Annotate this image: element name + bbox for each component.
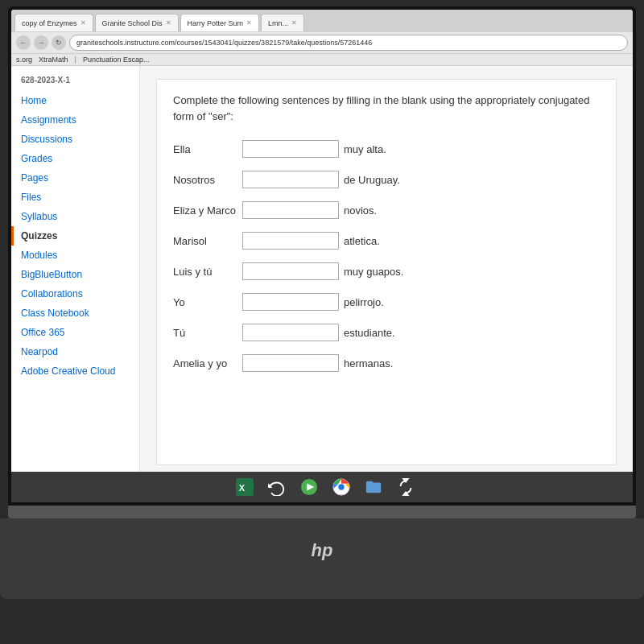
sentence-suffix-8: hermanas. [344,357,393,369]
fill-input-8[interactable] [242,354,339,372]
sidebar-item-bigbluebutton[interactable]: BigBlueButton [11,265,139,284]
bookmark-punctuation[interactable]: Punctuation Escap... [83,56,150,64]
close-tab-icon[interactable]: ✕ [80,19,86,27]
tab-lmn[interactable]: Lmn... ✕ [261,14,304,31]
sentence-row-1: Ella muy alta. [173,140,600,158]
close-tab-icon[interactable]: ✕ [166,19,171,27]
fill-input-2[interactable] [242,171,339,188]
sentence-row-5: Luis y tú muy guapos. [173,262,600,280]
svg-text:X: X [239,483,246,493]
sidebar-item-home[interactable]: Home [11,91,139,110]
bookmark-sorg[interactable]: s.org [16,56,32,64]
bookmark-bar: s.org XtraMath | Punctuation Escap... [11,53,633,65]
fill-input-7[interactable] [242,324,339,341]
back-button[interactable]: ← [16,35,31,50]
sentence-label-2: Nosotros [173,174,237,186]
sentence-label-4: Marisol [173,235,237,247]
sidebar-item-grades[interactable]: Grades [11,149,139,168]
sidebar-item-discussions[interactable]: Discussions [11,130,139,149]
play-icon[interactable] [298,476,320,498]
sentence-label-1: Ella [173,143,237,155]
laptop-shell: copy of Enzymes ✕ Granite School Dis ✕ H… [0,0,644,644]
sidebar-item-nearpod[interactable]: Nearpod [11,342,139,361]
sentence-suffix-3: novios. [344,204,377,217]
svg-point-5 [338,484,344,489]
sidebar-item-syllabus[interactable]: Syllabus [11,207,139,226]
sidebar-item-modules[interactable]: Modules [11,246,139,265]
refresh-button[interactable]: ↻ [52,35,66,50]
tab-granite[interactable]: Granite School Dis ✕ [95,14,179,31]
sidebar-item-quizzes[interactable]: Quizzes [11,226,139,246]
browser-chrome: copy of Enzymes ✕ Granite School Dis ✕ H… [11,10,633,66]
taskbar: X [11,472,633,502]
excel-icon[interactable]: X [233,476,256,498]
course-label: 628-2023-X-1 [11,72,139,91]
fill-input-5[interactable] [242,262,339,280]
sentence-row-7: Tú estudiante. [173,324,600,341]
laptop-bottom-bar [8,506,636,518]
address-bar-row: ← → ↻ [11,32,633,53]
sidebar-item-class-notebook[interactable]: Class Notebook [11,303,139,323]
sentence-label-3: Eliza y Marco [173,204,237,217]
loop-icon[interactable] [394,476,417,498]
bookmark-xtramath[interactable]: XtraMath [39,56,68,64]
sidebar-item-collaborations[interactable]: Collaborations [11,284,139,303]
sentence-row-2: Nosotros de Uruguay. [173,171,600,188]
sentence-suffix-7: estudiante. [344,327,395,339]
forward-button[interactable]: → [34,35,48,50]
sidebar-item-assignments[interactable]: Assignments [11,110,139,130]
hp-logo: hp [312,540,333,561]
close-tab-icon[interactable]: ✕ [246,19,252,27]
sentence-label-7: Tú [173,327,237,339]
fill-input-4[interactable] [242,232,339,250]
laptop-base: hp [0,518,644,599]
sidebar-item-office365[interactable]: Office 365 [11,323,139,342]
sidebar-item-files[interactable]: Files [11,188,139,207]
tab-bar: copy of Enzymes ✕ Granite School Dis ✕ H… [11,10,633,32]
quiz-inner: Complete the following sentences by fill… [156,79,617,465]
sidebar-item-pages[interactable]: Pages [11,168,139,188]
sentence-suffix-4: atletica. [344,235,380,247]
address-input[interactable] [69,35,628,51]
sentence-row-3: Eliza y Marco novios. [173,201,600,219]
browser-window: copy of Enzymes ✕ Granite School Dis ✕ H… [11,10,633,502]
chrome-icon[interactable] [330,476,353,498]
fill-input-6[interactable] [242,293,339,311]
tab-harry-potter[interactable]: Harry Potter Sum ✕ [180,14,260,31]
folder-icon[interactable] [362,476,385,498]
undo-icon[interactable] [266,476,288,498]
bookmark-separator: | [75,56,76,64]
sentence-label-5: Luis y tú [173,266,237,278]
sentence-suffix-1: muy alta. [344,143,386,155]
fill-input-3[interactable] [242,201,339,219]
screen-bezel: copy of Enzymes ✕ Granite School Dis ✕ H… [8,6,636,506]
quiz-content: Complete the following sentences by fill… [140,66,633,472]
sentence-suffix-6: pelirrojo. [344,296,384,308]
fill-input-1[interactable] [242,140,339,158]
sentence-label-8: Amelia y yo [173,357,237,369]
sidebar-item-adobe[interactable]: Adobe Creative Cloud [11,361,139,381]
close-tab-icon[interactable]: ✕ [291,19,297,27]
sentence-row-8: Amelia y yo hermanas. [173,354,600,372]
sentence-label-6: Yo [173,296,237,308]
content-area: 628-2023-X-1 Home Assignments Discussion… [11,66,633,472]
sentence-row-6: Yo pelirrojo. [173,293,600,311]
sentence-suffix-2: de Uruguay. [344,174,400,186]
sentence-suffix-5: muy guapos. [344,266,403,278]
tab-enzymes[interactable]: copy of Enzymes ✕ [14,14,93,31]
sidebar: 628-2023-X-1 Home Assignments Discussion… [11,66,140,472]
quiz-instructions: Complete the following sentences by fill… [173,93,600,124]
sentence-row-4: Marisol atletica. [173,232,600,250]
